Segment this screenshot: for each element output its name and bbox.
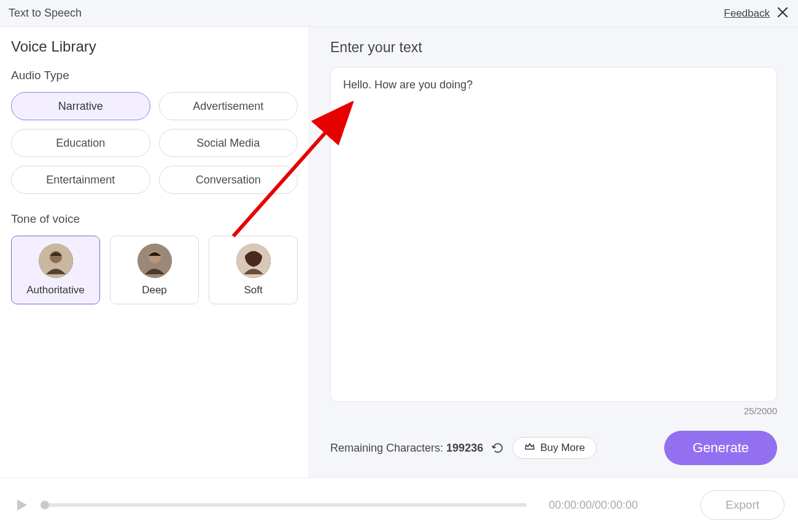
tone-list: Authoritative Deep Soft — [11, 236, 298, 304]
avatar — [138, 244, 172, 278]
audio-type-social-media[interactable]: Social Media — [159, 129, 298, 157]
audio-type-label: Audio Type — [11, 69, 298, 82]
playback-slider[interactable] — [42, 503, 527, 507]
play-icon[interactable] — [14, 497, 29, 513]
close-icon[interactable] — [776, 7, 789, 20]
audio-type-conversation[interactable]: Conversation — [159, 166, 298, 194]
audio-type-entertainment[interactable]: Entertainment — [11, 166, 150, 194]
slider-thumb[interactable] — [41, 501, 49, 509]
avatar — [236, 244, 271, 278]
audio-type-grid: Narrative Advertisement Education Social… — [11, 92, 298, 194]
tone-label-text: Authoritative — [26, 284, 85, 296]
tone-label: Tone of voice — [11, 212, 298, 226]
app-title: Text to Speech — [9, 7, 82, 20]
refresh-icon[interactable] — [492, 442, 504, 454]
audio-type-education[interactable]: Education — [11, 129, 150, 157]
audio-type-advertisement[interactable]: Advertisement — [159, 92, 298, 120]
crown-icon — [524, 441, 535, 455]
buy-more-label: Buy More — [540, 442, 585, 454]
text-input[interactable] — [330, 67, 777, 402]
generate-button[interactable]: Generate — [664, 431, 777, 465]
buy-more-button[interactable]: Buy More — [513, 437, 597, 459]
remaining-label-text: Remaining Characters: — [330, 442, 446, 454]
remaining-characters: Remaining Characters: 199236 — [330, 442, 483, 455]
text-entry-panel: Enter your text 25/2000 Remaining Charac… — [309, 27, 798, 477]
char-count: 25/2000 — [330, 406, 777, 416]
enter-text-heading: Enter your text — [330, 39, 777, 56]
audio-type-narrative[interactable]: Narrative — [11, 92, 150, 120]
player-bar: 00:00:00/00:00:00 Export — [0, 477, 798, 532]
tone-deep[interactable]: Deep — [110, 236, 199, 304]
voice-library-heading: Voice Library — [11, 38, 298, 55]
export-button[interactable]: Export — [700, 490, 784, 520]
time-display: 00:00:00/00:00:00 — [549, 499, 638, 512]
tone-soft[interactable]: Soft — [209, 236, 298, 304]
remaining-value: 199236 — [446, 442, 483, 454]
tone-label-text: Soft — [244, 284, 262, 296]
feedback-link[interactable]: Feedback — [724, 7, 770, 20]
avatar — [39, 244, 73, 278]
title-bar: Text to Speech Feedback — [0, 0, 798, 27]
tone-authoritative[interactable]: Authoritative — [11, 236, 100, 304]
tone-label-text: Deep — [142, 284, 167, 296]
voice-library-panel: Voice Library Audio Type Narrative Adver… — [0, 27, 309, 477]
